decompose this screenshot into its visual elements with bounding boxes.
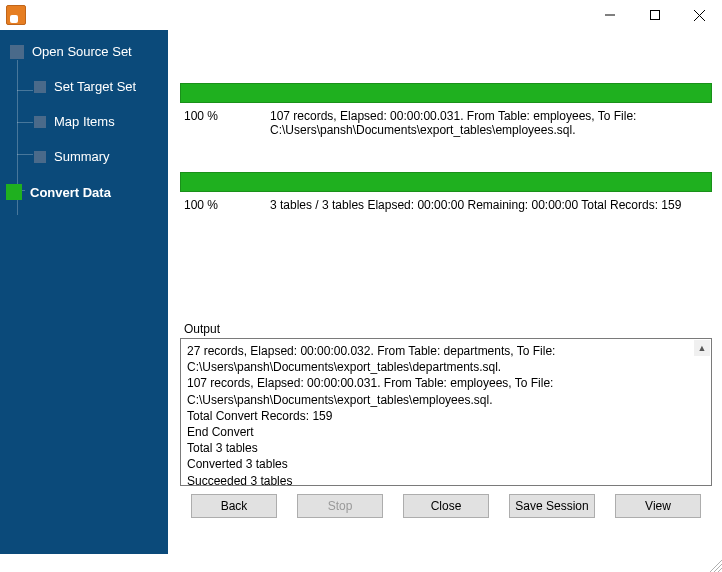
output-line: End Convert	[187, 424, 693, 440]
output-line: Converted 3 tables	[187, 456, 693, 472]
wizard-sidebar: Open Source Set Set Target Set Map Items…	[0, 30, 168, 554]
progress-text-line: 100 % 3 tables / 3 tables Elapsed: 00:00…	[180, 198, 712, 212]
nav-label: Summary	[54, 149, 110, 164]
app-icon	[6, 5, 26, 25]
stop-button[interactable]: Stop	[297, 494, 383, 518]
progress-percent: 100 %	[184, 109, 254, 137]
nav-label: Set Target Set	[54, 79, 136, 94]
step-box-icon	[34, 81, 46, 93]
output-line: 107 records, Elapsed: 00:00:00.031. From…	[187, 375, 693, 407]
step-box-icon	[34, 151, 46, 163]
output-label: Output	[180, 322, 712, 336]
progress-bar	[180, 83, 712, 103]
button-row: Back Stop Close Save Session View	[180, 486, 712, 518]
output-log[interactable]: ▲ 27 records, Elapsed: 00:00:00.032. Fro…	[180, 338, 712, 486]
main-content: Open Source Set Set Target Set Map Items…	[0, 30, 722, 554]
view-button[interactable]: View	[615, 494, 701, 518]
step-box-active-icon	[6, 184, 22, 200]
progress-details: 3 tables / 3 tables Elapsed: 00:00:00 Re…	[270, 198, 712, 212]
output-line: Total Convert Records: 159	[187, 408, 693, 424]
scroll-up-button[interactable]: ▲	[694, 340, 710, 356]
output-line: 27 records, Elapsed: 00:00:00.032. From …	[187, 343, 693, 375]
current-table-progress: 100 % 107 records, Elapsed: 00:00:00.031…	[180, 83, 712, 137]
minimize-button[interactable]	[587, 1, 632, 29]
nav-set-target-set[interactable]: Set Target Set	[0, 75, 168, 98]
output-line: Total 3 tables	[187, 440, 693, 456]
progress-percent: 100 %	[184, 198, 254, 212]
nav-summary[interactable]: Summary	[0, 145, 168, 168]
close-button-action[interactable]: Close	[403, 494, 489, 518]
resize-grip-icon[interactable]	[706, 556, 722, 572]
maximize-button[interactable]	[632, 1, 677, 29]
svg-rect-1	[650, 11, 659, 20]
content-panel: 100 % 107 records, Elapsed: 00:00:00.031…	[168, 30, 722, 554]
svg-line-6	[718, 568, 722, 572]
nav-label: Convert Data	[30, 185, 111, 200]
step-box-icon	[34, 116, 46, 128]
nav-open-source-set[interactable]: Open Source Set	[0, 40, 168, 63]
title-bar	[0, 0, 722, 30]
close-button[interactable]	[677, 1, 722, 29]
nav-label: Open Source Set	[32, 44, 132, 59]
overall-progress: 100 % 3 tables / 3 tables Elapsed: 00:00…	[180, 172, 712, 212]
step-box-icon	[10, 45, 24, 59]
nav-convert-data[interactable]: Convert Data	[0, 180, 168, 204]
save-session-button[interactable]: Save Session	[509, 494, 595, 518]
output-lines: 27 records, Elapsed: 00:00:00.032. From …	[187, 343, 693, 486]
progress-text-line: 100 % 107 records, Elapsed: 00:00:00.031…	[180, 109, 712, 137]
back-button[interactable]: Back	[191, 494, 277, 518]
nav-map-items[interactable]: Map Items	[0, 110, 168, 133]
output-line: Succeeded 3 tables	[187, 473, 693, 487]
nav-label: Map Items	[54, 114, 115, 129]
svg-line-5	[714, 564, 722, 572]
window-buttons	[587, 1, 722, 29]
progress-details: 107 records, Elapsed: 00:00:00.031. From…	[270, 109, 712, 137]
progress-bar	[180, 172, 712, 192]
